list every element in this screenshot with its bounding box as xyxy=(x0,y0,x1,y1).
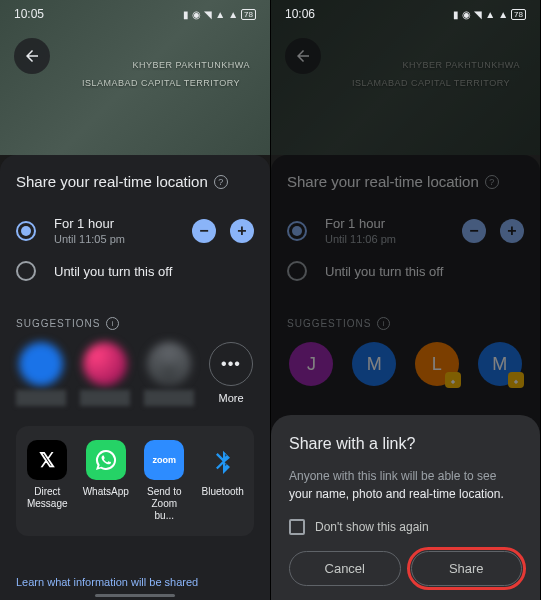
share-panel: Share your real-time location ? For 1 ho… xyxy=(0,155,270,600)
badge-icon: ⬥ xyxy=(445,372,461,388)
suggestion-contact: J xyxy=(287,342,336,386)
suggestions-row: J M L⬥ M⬥ xyxy=(287,342,524,386)
option-label: For 1 hour xyxy=(325,216,462,231)
increase-button: + xyxy=(500,219,524,243)
signal-icon: ▲ xyxy=(228,9,238,20)
increase-button[interactable]: + xyxy=(230,219,254,243)
suggestions-row[interactable]: •••More xyxy=(16,342,254,406)
map-label: KHYBER PAKHTUNKHWA xyxy=(132,60,250,70)
wifi-icon: ◥ xyxy=(204,9,212,20)
duration-option-1hour: For 1 hour Until 11:06 pm − + xyxy=(287,208,524,253)
nav-hint xyxy=(95,594,175,597)
option-label: Until you turn this off xyxy=(54,264,254,279)
help-icon[interactable]: ? xyxy=(214,175,228,189)
cancel-button[interactable]: Cancel xyxy=(289,551,401,586)
radio-unselected-icon xyxy=(16,261,36,281)
vibrate-icon: ▮ xyxy=(453,9,459,20)
status-bar: 10:06 ▮ ◉ ◥ ▲ ▲ 78 xyxy=(271,0,540,28)
decrease-button[interactable]: − xyxy=(192,219,216,243)
avatar-icon: M xyxy=(352,342,396,386)
avatar-icon xyxy=(19,342,63,386)
more-icon: ••• xyxy=(209,342,253,386)
clock: 10:05 xyxy=(14,7,44,21)
app-direct-message[interactable]: 𝕏Direct Message xyxy=(24,440,71,522)
option-sublabel: Until 11:06 pm xyxy=(325,233,462,245)
info-icon: i xyxy=(377,317,390,330)
avatar-icon xyxy=(83,342,127,386)
back-button xyxy=(285,38,321,74)
radio-selected-icon xyxy=(287,221,307,241)
panel-title: Share your real-time location ? xyxy=(16,173,254,190)
more-button[interactable]: •••More xyxy=(208,342,254,404)
status-bar: 10:05 ▮ ◉ ◥ ▲ ▲ 78 xyxy=(0,0,270,28)
suggestions-heading: SUGGESTIONS i xyxy=(287,317,524,330)
share-button[interactable]: Share xyxy=(411,551,523,586)
suggestions-heading: SUGGESTIONS i xyxy=(16,317,254,330)
duration-option-until-off: Until you turn this off xyxy=(287,253,524,289)
map-label: ISLAMABAD CAPITAL TERRITORY xyxy=(352,78,510,88)
screen-left: KHYBER PAKHTUNKHWA ISLAMABAD CAPITAL TER… xyxy=(0,0,270,600)
status-icons: ▮ ◉ ◥ ▲ ▲ 78 xyxy=(453,9,526,20)
avatar-icon xyxy=(147,342,191,386)
signal-icon: ▲ xyxy=(485,9,495,20)
duration-option-1hour[interactable]: For 1 hour Until 11:05 pm − + xyxy=(16,208,254,253)
option-sublabel: Until 11:05 pm xyxy=(54,233,192,245)
suggestion-contact: M xyxy=(350,342,399,386)
suggestion-contact[interactable] xyxy=(16,342,66,406)
status-icons: ▮ ◉ ◥ ▲ ▲ 78 xyxy=(183,9,256,20)
avatar-icon: M⬥ xyxy=(478,342,522,386)
learn-more-link[interactable]: Learn what information will be shared xyxy=(16,576,198,588)
info-icon[interactable]: i xyxy=(106,317,119,330)
whatsapp-icon xyxy=(86,440,126,480)
dialog-body: Anyone with this link will be able to se… xyxy=(289,467,522,503)
arrow-left-icon xyxy=(294,47,312,65)
duration-stepper: − + xyxy=(192,219,254,243)
map-label: ISLAMABAD CAPITAL TERRITORY xyxy=(82,78,240,88)
suggestion-contact: L⬥ xyxy=(413,342,462,386)
vibrate-icon: ▮ xyxy=(183,9,189,20)
checkbox-icon xyxy=(289,519,305,535)
option-label: For 1 hour xyxy=(54,216,192,231)
app-bluetooth[interactable]: Bluetooth xyxy=(200,440,247,522)
battery-icon: 78 xyxy=(511,9,526,20)
zoom-icon: zoom xyxy=(144,440,184,480)
suggestion-contact[interactable] xyxy=(144,342,194,406)
wifi-icon: ◥ xyxy=(474,9,482,20)
clock: 10:06 xyxy=(285,7,315,21)
share-link-dialog: Share with a link? Anyone with this link… xyxy=(271,415,540,600)
option-label: Until you turn this off xyxy=(325,264,524,279)
arrow-left-icon xyxy=(23,47,41,65)
suggestion-contact[interactable] xyxy=(80,342,130,406)
map-label: KHYBER PAKHTUNKHWA xyxy=(402,60,520,70)
suggestion-contact: M⬥ xyxy=(475,342,524,386)
signal-icon: ▲ xyxy=(498,9,508,20)
app-whatsapp[interactable]: WhatsApp xyxy=(83,440,130,522)
radio-unselected-icon xyxy=(287,261,307,281)
badge-icon: ⬥ xyxy=(508,372,524,388)
panel-title: Share your real-time location ? xyxy=(287,173,524,190)
dont-show-again-checkbox[interactable]: Don't show this again xyxy=(289,519,522,535)
help-icon: ? xyxy=(485,175,499,189)
bluetooth-icon xyxy=(203,440,243,480)
x-icon: 𝕏 xyxy=(27,440,67,480)
location-icon: ◉ xyxy=(462,9,471,20)
duration-option-until-off[interactable]: Until you turn this off xyxy=(16,253,254,289)
back-button[interactable] xyxy=(14,38,50,74)
decrease-button: − xyxy=(462,219,486,243)
app-zoom[interactable]: zoomSend to Zoom bu... xyxy=(141,440,188,522)
share-apps-row: 𝕏Direct Message WhatsApp zoomSend to Zoo… xyxy=(16,426,254,536)
radio-selected-icon xyxy=(16,221,36,241)
signal-icon: ▲ xyxy=(215,9,225,20)
dialog-title: Share with a link? xyxy=(289,435,522,453)
battery-icon: 78 xyxy=(241,9,256,20)
location-icon: ◉ xyxy=(192,9,201,20)
avatar-icon: J xyxy=(289,342,333,386)
avatar-icon: L⬥ xyxy=(415,342,459,386)
screen-right: KHYBER PAKHTUNKHWA ISLAMABAD CAPITAL TER… xyxy=(270,0,540,600)
